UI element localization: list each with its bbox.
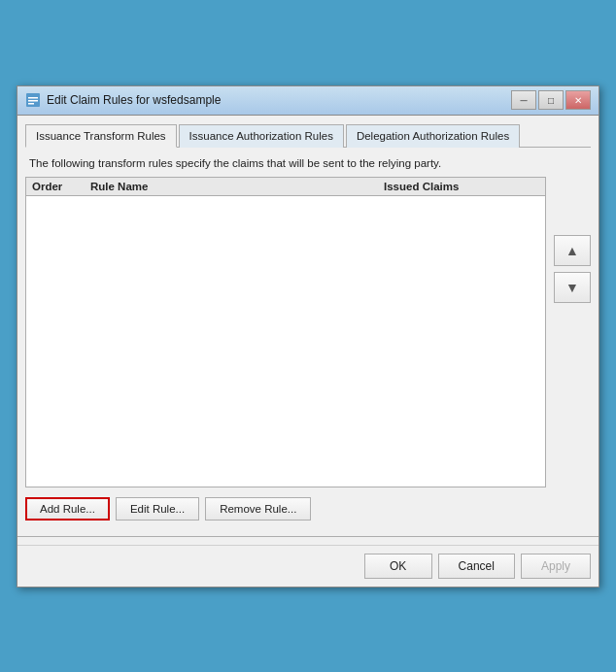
table-header: Order Rule Name Issued Claims bbox=[26, 178, 545, 196]
col-rulename-header: Rule Name bbox=[90, 181, 384, 192]
title-bar-left: Edit Claim Rules for wsfedsample bbox=[25, 92, 221, 108]
tab-issuance-transform[interactable]: Issuance Transform Rules bbox=[25, 124, 177, 148]
tab-issuance-auth[interactable]: Issuance Authorization Rules bbox=[179, 124, 344, 148]
window-icon bbox=[25, 92, 41, 108]
move-down-button[interactable]: ▼ bbox=[554, 272, 591, 303]
tabs-bar: Issuance Transform Rules Issuance Author… bbox=[25, 123, 591, 148]
description-text: The following transform rules specify th… bbox=[25, 157, 591, 169]
svg-rect-1 bbox=[28, 97, 38, 99]
arrow-up-icon: ▲ bbox=[565, 243, 579, 258]
ok-button[interactable]: OK bbox=[364, 554, 432, 579]
bottom-bar: OK Cancel Apply bbox=[17, 545, 599, 587]
add-rule-button[interactable]: Add Rule... bbox=[25, 497, 110, 521]
table-wrapper: Order Rule Name Issued Claims bbox=[25, 177, 546, 497]
col-order-header: Order bbox=[32, 181, 90, 192]
divider bbox=[17, 536, 599, 537]
arrow-down-icon: ▼ bbox=[565, 280, 579, 295]
svg-rect-2 bbox=[28, 100, 38, 102]
close-button[interactable]: ✕ bbox=[565, 90, 591, 110]
minimize-button[interactable]: ─ bbox=[511, 90, 536, 110]
window-title: Edit Claim Rules for wsfedsample bbox=[47, 93, 221, 107]
tab-delegation-auth[interactable]: Delegation Authorization Rules bbox=[346, 124, 520, 148]
move-up-button[interactable]: ▲ bbox=[554, 235, 591, 266]
title-bar: Edit Claim Rules for wsfedsample ─ □ ✕ bbox=[17, 86, 599, 116]
cancel-button[interactable]: Cancel bbox=[438, 554, 515, 579]
table-body bbox=[26, 196, 545, 480]
claims-table: Order Rule Name Issued Claims bbox=[25, 177, 546, 487]
restore-button[interactable]: □ bbox=[538, 90, 564, 110]
svg-rect-3 bbox=[28, 103, 34, 105]
content-area: Issuance Transform Rules Issuance Author… bbox=[17, 116, 599, 528]
table-rules-area: Order Rule Name Issued Claims ▲ ▼ bbox=[25, 177, 591, 497]
edit-rule-button[interactable]: Edit Rule... bbox=[116, 497, 199, 521]
rule-buttons: Add Rule... Edit Rule... Remove Rule... bbox=[25, 497, 591, 521]
title-bar-controls: ─ □ ✕ bbox=[511, 90, 591, 110]
apply-button[interactable]: Apply bbox=[521, 554, 591, 579]
remove-rule-button[interactable]: Remove Rule... bbox=[205, 497, 311, 521]
main-window: Edit Claim Rules for wsfedsample ─ □ ✕ I… bbox=[17, 85, 599, 588]
col-issued-header: Issued Claims bbox=[384, 181, 539, 192]
